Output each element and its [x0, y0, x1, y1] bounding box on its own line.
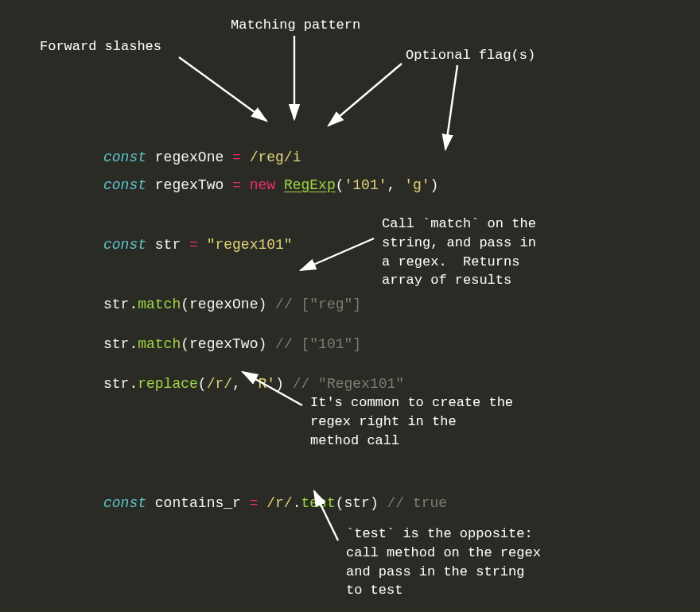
string-literal: "regex101"	[198, 237, 293, 253]
keyword-const: const	[103, 495, 146, 511]
svg-line-4	[301, 238, 374, 270]
paren-close: )	[275, 376, 293, 392]
paren-close: )	[370, 495, 387, 511]
regex-literal: /r/	[207, 376, 232, 392]
svg-line-2	[329, 64, 402, 126]
svg-line-0	[179, 57, 266, 121]
comma: ,	[232, 376, 250, 392]
keyword-new: new	[241, 177, 284, 193]
annotation-forward-slashes: Forward slashes	[40, 37, 161, 56]
comment: // ["reg"]	[275, 296, 361, 312]
object-ref: str.	[103, 296, 138, 312]
paren-open: (	[336, 495, 344, 511]
comment: // true	[387, 495, 448, 511]
code-line-4: str.match(regexOne) // ["reg"]	[103, 273, 361, 316]
var-name: regexTwo	[146, 177, 232, 193]
string-literal: 'g'	[404, 177, 430, 193]
dot: .	[293, 495, 301, 511]
paren-open: (	[336, 177, 344, 193]
operator-equals: =	[250, 495, 259, 511]
svg-line-3	[445, 65, 457, 149]
var-name: str	[146, 237, 189, 253]
annotation-inline-regex: It's common to create the regex right in…	[310, 393, 513, 450]
class-regexp: RegExp	[284, 177, 336, 193]
string-literal: '101'	[344, 177, 387, 193]
paren-close: )	[430, 177, 439, 193]
annotation-test-opposite: `test` is the opposite: call method on t…	[346, 525, 541, 600]
arg: regexOne	[189, 296, 258, 312]
method-match: match	[138, 336, 181, 352]
comment: // "Regex101"	[293, 376, 404, 392]
comment: // ["101"]	[275, 336, 361, 352]
paren-open: (	[181, 336, 189, 352]
regex-literal: /r/	[258, 495, 292, 511]
paren-close: )	[258, 296, 275, 312]
object-ref: str.	[103, 376, 138, 392]
var-name: contains_r	[146, 495, 250, 511]
code-line-3: const str = "regex101"	[103, 213, 293, 256]
code-line-5: str.match(regexTwo) // ["101"]	[103, 312, 361, 355]
annotation-call-match: Call `match` on the string, and pass in …	[382, 215, 536, 290]
code-line-2: const regexTwo = new RegExp('101', 'g')	[103, 153, 438, 196]
paren-open: (	[198, 376, 207, 392]
object-ref: str.	[103, 336, 138, 352]
annotation-matching-pattern: Matching pattern	[231, 16, 360, 35]
operator-equals: =	[232, 177, 241, 193]
keyword-const: const	[103, 177, 146, 193]
arg: regexTwo	[189, 336, 258, 352]
code-line-7: const contains_r = /r/.test(str) // true	[103, 471, 447, 514]
paren-open: (	[181, 296, 189, 312]
paren-close: )	[258, 336, 275, 352]
code-line-6: str.replace(/r/, 'R') // "Regex101"	[103, 352, 404, 395]
comma: ,	[387, 177, 405, 193]
annotation-optional-flags: Optional flag(s)	[406, 46, 535, 65]
arg: str	[344, 495, 370, 511]
method-replace: replace	[138, 376, 198, 392]
method-test: test	[301, 495, 335, 511]
string-literal: 'R'	[250, 376, 275, 392]
operator-equals: =	[189, 237, 198, 253]
method-match: match	[138, 296, 181, 312]
keyword-const: const	[103, 237, 146, 253]
